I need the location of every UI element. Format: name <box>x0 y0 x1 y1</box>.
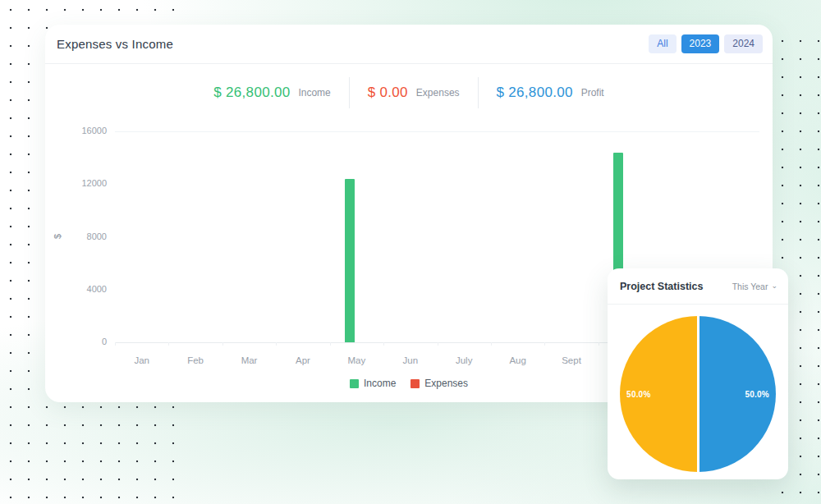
summary-expenses: $ 0.00Expenses <box>368 85 460 101</box>
legend-swatch <box>350 379 359 388</box>
x-axis-tick <box>222 342 223 346</box>
card-header: Expenses vs Income All20232024 <box>45 25 773 64</box>
dashboard-page: Expenses vs Income All20232024 $ 26,800.… <box>0 0 821 504</box>
month-label: Jan <box>115 355 168 367</box>
month-label: Sept <box>544 355 598 367</box>
card-title: Expenses vs Income <box>57 37 173 51</box>
month-label: Apr <box>276 355 329 367</box>
x-axis-tick <box>276 342 277 346</box>
y-tick-label: 4000 <box>66 284 107 294</box>
summary-row: $ 26,800.00Income$ 0.00Expenses$ 26,800.… <box>45 64 773 121</box>
pie-chart-wrap: 50.0%50.0% <box>620 316 776 472</box>
project-statistics-card: Project Statistics This Year ⌄ 50.0%50.0… <box>608 268 788 479</box>
month-label: Jun <box>383 355 437 367</box>
summary-label: Profit <box>581 87 604 99</box>
gridline <box>115 131 759 132</box>
x-axis-tick <box>599 342 599 346</box>
y-tick-label: 16000 <box>66 126 107 135</box>
x-axis-tick <box>115 342 116 346</box>
summary-amount: $ 26,800.00 <box>213 85 290 101</box>
pie-slice-label: 50.0% <box>626 390 650 399</box>
pie-slice-label: 50.0% <box>745 390 769 399</box>
chevron-down-icon: ⌄ <box>771 282 777 290</box>
summary-amount: $ 0.00 <box>368 85 408 101</box>
y-tick-label: 8000 <box>66 231 107 241</box>
month-label: July <box>438 355 491 367</box>
x-axis-tick <box>491 342 492 346</box>
legend-swatch <box>410 379 420 388</box>
summary-divider <box>349 77 350 108</box>
x-axis-tick <box>438 342 438 346</box>
legend-item-income: Income <box>350 378 396 389</box>
month-label: Aug <box>491 355 544 367</box>
summary-label: Income <box>298 87 330 99</box>
tab-2024[interactable]: 2024 <box>724 34 763 53</box>
y-tick-label: 0 <box>66 337 107 346</box>
income-bar <box>345 179 355 342</box>
tab-all[interactable]: All <box>649 34 676 53</box>
month-label: Feb <box>168 355 222 367</box>
x-axis-tick <box>544 342 545 346</box>
summary-divider <box>478 77 479 108</box>
summary-income: $ 26,800.00Income <box>213 85 330 101</box>
x-axis-tick <box>168 342 169 346</box>
y-tick-label: 12000 <box>66 178 107 188</box>
summary-label: Expenses <box>416 87 460 99</box>
stats-title: Project Statistics <box>620 281 703 292</box>
stats-header: Project Statistics This Year ⌄ <box>608 268 788 305</box>
month-label: May <box>330 355 383 367</box>
period-label: This Year <box>732 282 768 291</box>
pie-separator <box>697 316 699 472</box>
summary-profit: $ 26,800.00Profit <box>497 85 604 101</box>
year-filter-tabs: All20232024 <box>649 34 763 53</box>
legend-label: Expenses <box>424 378 468 389</box>
summary-amount: $ 26,800.00 <box>497 85 573 101</box>
y-axis-title: $ <box>53 234 62 239</box>
tab-2023[interactable]: 2023 <box>681 34 720 53</box>
legend-label: Income <box>364 378 396 389</box>
x-axis-tick <box>330 342 331 346</box>
x-axis-tick <box>383 342 384 346</box>
month-label: Mar <box>222 355 276 367</box>
legend-item-expenses: Expenses <box>410 378 468 389</box>
period-dropdown[interactable]: This Year ⌄ <box>732 282 777 291</box>
